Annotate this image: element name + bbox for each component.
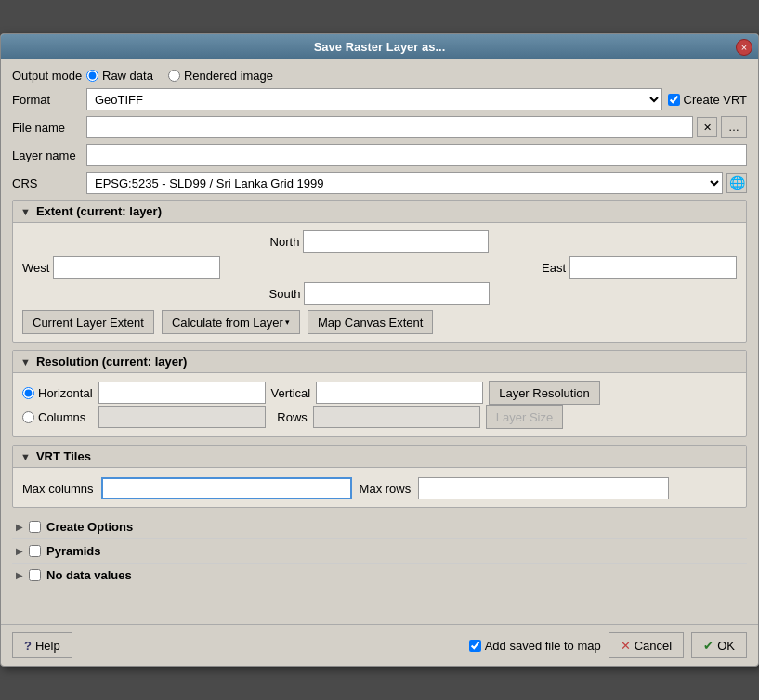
rendered-image-label: Rendered image [184, 69, 273, 83]
create-options-label: Create Options [46, 520, 133, 534]
clear-filename-button[interactable]: ✕ [697, 117, 717, 137]
horizontal-label: Horizontal [38, 386, 93, 400]
resolution-section: ▼ Resolution (current: layer) Horizontal… [12, 350, 747, 437]
columns-radio-label[interactable]: Columns [22, 410, 85, 424]
columns-label: Columns [38, 410, 85, 424]
create-options-arrow[interactable]: ▶ [16, 522, 23, 532]
browse-button[interactable]: … [721, 116, 747, 138]
current-layer-extent-button[interactable]: Current Layer Extent [22, 310, 154, 334]
horizontal-radio-label[interactable]: Horizontal [22, 386, 93, 400]
vrt-tiles-section-body: Max columns 500 Max rows 500 [13, 468, 746, 507]
crs-globe-button[interactable]: 🌐 [726, 173, 747, 193]
horizontal-radio[interactable] [22, 387, 34, 399]
ok-icon: ✔ [703, 639, 713, 653]
east-input[interactable]: 439193.1765 [569, 256, 737, 279]
columns-row: Columns 1380 Rows 955 Layer Size [22, 405, 737, 429]
create-options-checkbox[interactable] [29, 521, 41, 533]
vrt-tiles-section-title: VRT Tiles [36, 449, 91, 463]
extent-section-body: North 497694.8655 West 396815.9599 East … [13, 223, 746, 342]
west-input[interactable]: 396815.9599 [53, 256, 220, 279]
file-name-input[interactable]: /home/bnhr/tmp/sri-lanka-tmp/hrsl_vrt [86, 116, 693, 138]
output-mode-row: Output mode Raw data Rendered image [12, 69, 747, 83]
rows-label: Rows [277, 410, 308, 424]
columns-input[interactable]: 1380 [98, 406, 266, 428]
no-data-values-row: ▶ No data values [12, 564, 747, 587]
layer-resolution-button[interactable]: Layer Resolution [489, 381, 600, 405]
resolution-section-header[interactable]: ▼ Resolution (current: layer) [13, 351, 746, 373]
create-vrt-checkbox[interactable] [668, 94, 680, 106]
help-label: Help [35, 639, 60, 653]
crs-label: CRS [12, 176, 86, 190]
extent-section-header[interactable]: ▼ Extent (current: layer) [13, 201, 746, 223]
horizontal-row: Horizontal 30.7081 Vertical 30.7081 Laye… [22, 381, 737, 405]
format-label: Format [12, 93, 86, 107]
resolution-toggle-icon: ▼ [20, 356, 31, 368]
footer-left: ? Help [12, 632, 72, 658]
south-label: South [269, 287, 301, 301]
dialog-footer: ? Help Add saved file to map ✕ Cancel ✔ … [1, 624, 758, 666]
no-data-values-checkbox[interactable] [29, 569, 41, 581]
extent-toggle-icon: ▼ [20, 206, 31, 217]
rendered-image-option[interactable]: Rendered image [168, 69, 273, 83]
columns-radio[interactable] [22, 411, 34, 423]
resolution-section-title: Resolution (current: layer) [36, 355, 188, 369]
dialog-body: Output mode Raw data Rendered image Form… [1, 59, 758, 624]
max-rows-label: Max rows [360, 482, 412, 496]
file-name-label: File name [12, 121, 86, 135]
create-vrt-checkbox-label[interactable]: Create VRT [668, 93, 747, 107]
extent-section-title: Extent (current: layer) [36, 204, 162, 218]
vrt-tiles-section-header[interactable]: ▼ VRT Tiles [13, 446, 746, 468]
max-columns-label: Max columns [22, 482, 94, 496]
horizontal-input[interactable]: 30.7081 [98, 382, 266, 404]
output-mode-radio-group: Raw data Rendered image [86, 69, 273, 83]
raw-data-radio[interactable] [86, 70, 98, 82]
south-input[interactable]: 468368.6032 [304, 282, 490, 305]
pyramids-row: ▶ Pyramids [12, 539, 747, 564]
create-options-row: ▶ Create Options [12, 515, 747, 539]
format-row: Format GeoTIFF Create VRT [12, 88, 747, 110]
crs-select[interactable]: EPSG:5235 - SLD99 / Sri Lanka Grid 1999 [86, 172, 723, 194]
output-mode-label: Output mode [12, 69, 86, 83]
cancel-button[interactable]: ✕ Cancel [609, 632, 684, 658]
ok-button[interactable]: ✔ OK [691, 632, 747, 658]
ok-label: OK [717, 639, 735, 653]
vrt-tiles-section: ▼ VRT Tiles Max columns 500 Max rows 500 [12, 445, 747, 508]
layer-size-button[interactable]: Layer Size [486, 405, 563, 429]
calculate-from-layer-button[interactable]: Calculate from Layer ▾ [162, 310, 300, 334]
north-input[interactable]: 497694.8655 [303, 230, 489, 253]
save-raster-dialog: Save Raster Layer as... × Output mode Ra… [0, 33, 759, 667]
help-icon: ? [24, 639, 32, 653]
vertical-input[interactable]: 30.7081 [316, 382, 483, 404]
format-select[interactable]: GeoTIFF [86, 88, 662, 110]
pyramids-arrow[interactable]: ▶ [16, 546, 23, 556]
file-name-row: File name /home/bnhr/tmp/sri-lanka-tmp/h… [12, 116, 747, 138]
cancel-label: Cancel [635, 639, 672, 653]
map-canvas-extent-button[interactable]: Map Canvas Extent [308, 310, 433, 334]
close-button[interactable]: × [736, 39, 752, 56]
layer-name-input[interactable] [86, 144, 747, 166]
add-to-map-label[interactable]: Add saved file to map [469, 639, 601, 653]
vrt-tiles-toggle-icon: ▼ [20, 451, 31, 462]
east-label: East [542, 261, 566, 275]
vrt-row: Max columns 500 Max rows 500 [22, 477, 737, 499]
help-button[interactable]: ? Help [12, 632, 72, 658]
rows-input[interactable]: 955 [313, 406, 480, 428]
resolution-section-body: Horizontal 30.7081 Vertical 30.7081 Laye… [13, 373, 746, 436]
dialog-title: Save Raster Layer as... [314, 40, 446, 54]
layer-name-row: Layer name [12, 144, 747, 166]
max-rows-input[interactable]: 500 [418, 477, 669, 499]
collapsible-sections: ▶ Create Options ▶ Pyramids ▶ No data va… [12, 515, 747, 587]
raw-data-option[interactable]: Raw data [86, 69, 153, 83]
rendered-image-radio[interactable] [168, 70, 180, 82]
extent-buttons: Current Layer Extent Calculate from Laye… [22, 310, 737, 334]
add-to-map-checkbox[interactable] [469, 640, 481, 652]
pyramids-checkbox[interactable] [29, 545, 41, 557]
extent-section: ▼ Extent (current: layer) North 497694.8… [12, 200, 747, 343]
west-label: West [22, 261, 49, 275]
title-bar: Save Raster Layer as... × [1, 34, 758, 59]
cancel-icon: ✕ [621, 639, 631, 653]
max-columns-input[interactable]: 500 [101, 477, 352, 499]
footer-right: Add saved file to map ✕ Cancel ✔ OK [469, 632, 747, 658]
no-data-values-label: No data values [46, 568, 132, 582]
no-data-values-arrow[interactable]: ▶ [16, 570, 23, 580]
